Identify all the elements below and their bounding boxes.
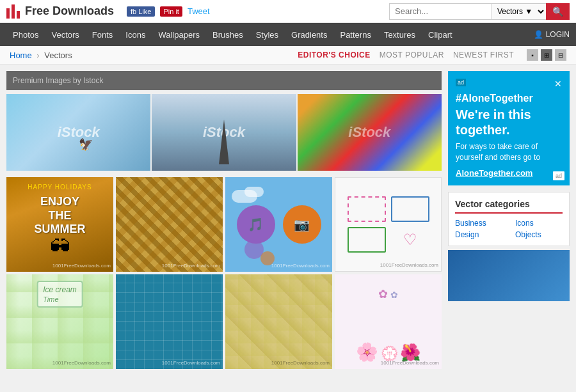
frame-green: [348, 227, 386, 253]
ad-tag: ad: [456, 79, 466, 86]
logo-area[interactable]: Free Downloads: [6, 4, 114, 19]
circle-purple: 🎵: [237, 205, 275, 244]
category-business[interactable]: Business: [455, 219, 502, 228]
view-small-icon[interactable]: ⊟: [555, 49, 566, 61]
flower-icon-3: 🌺: [400, 343, 420, 362]
view-large-icon[interactable]: ▪: [527, 49, 538, 61]
ad-badge: ad: [553, 171, 564, 180]
frame-heart: ♡: [391, 227, 429, 253]
gi1-top-text: HAPPY HOLIDAYS: [6, 184, 113, 191]
search-button[interactable]: 🔍: [546, 3, 570, 20]
grid-item-2[interactable]: 1001FreeDownloads.com: [116, 177, 223, 272]
gi1-main-text: ENJOYTHESUMMER: [6, 195, 113, 237]
gi2-overlay: [116, 177, 223, 272]
grid-item-1[interactable]: HAPPY HOLIDAYS ENJOYTHESUMMER 🕶 1001Free…: [6, 177, 113, 272]
nav-item-wallpapers[interactable]: Wallpapers: [152, 23, 206, 46]
category-design[interactable]: Design: [455, 230, 502, 239]
pinterest-pin-button[interactable]: Pin it: [160, 6, 182, 17]
breadcrumb-bar: Home › Vectors EDITOR'S CHOICE MOST POPU…: [0, 46, 576, 65]
frame-pink: [348, 196, 386, 222]
watermark-6: 1001FreeDownloads.com: [162, 360, 220, 366]
twitter-tweet-button[interactable]: Tweet: [188, 6, 210, 16]
sidebar-bottom-image: [448, 250, 570, 301]
nav-item-textures[interactable]: Textures: [378, 23, 422, 46]
content-area: Premium Images by Istock iStock 🦅 iStock…: [6, 71, 442, 373]
main-area: Premium Images by Istock iStock 🦅 iStock…: [0, 65, 576, 373]
sidebar: ad ✕ #AloneTogether We're in this togeth…: [448, 71, 570, 373]
sunglasses-icon: 🕶: [50, 235, 70, 259]
grid-item-5[interactable]: Ice cream Time 1001FreeDownloads.com: [6, 274, 113, 369]
grid-item-3[interactable]: 🎵 📷 1001FreeDownloads.com: [225, 177, 332, 272]
nav-item-vectors[interactable]: Vectors: [45, 23, 85, 46]
ad-title: We're in this together.: [456, 107, 562, 137]
watermark-8: 1001FreeDownloads.com: [381, 360, 439, 366]
flower-icon-2: 💮: [381, 345, 398, 361]
breadcrumb-home[interactable]: Home: [10, 51, 32, 60]
premium-label: Premium Images by Istock: [13, 76, 103, 85]
categories-grid: Business Icons Design Objects: [455, 219, 563, 239]
flower-icon-4: ✿: [378, 288, 388, 301]
filter-editors-choice[interactable]: EDITOR'S CHOICE: [298, 51, 370, 59]
premium-banner: Premium Images by Istock: [6, 71, 442, 90]
category-objects[interactable]: Objects: [515, 230, 563, 239]
search-input[interactable]: [389, 3, 492, 20]
ad-box-header: ad ✕: [456, 79, 562, 89]
gi4-frames: ♡: [348, 196, 429, 253]
watermark-2: 1001FreeDownloads.com: [162, 263, 220, 269]
flower-icon-1: 🌸: [356, 342, 378, 362]
site-title[interactable]: Free Downloads: [25, 4, 114, 18]
nav-item-photos[interactable]: Photos: [6, 23, 45, 46]
nav-item-fonts[interactable]: Fonts: [86, 23, 120, 46]
category-icons[interactable]: Icons: [515, 219, 563, 228]
filter-most-popular[interactable]: MOST POPULAR: [380, 51, 444, 59]
breadcrumb-current: Vectors: [44, 51, 72, 60]
ad-box: ad ✕ #AloneTogether We're in this togeth…: [448, 71, 570, 185]
search-category-dropdown[interactable]: Vectors ▼: [492, 3, 546, 20]
watermark-7: 1001FreeDownloads.com: [271, 360, 330, 366]
bird-icon: 🦅: [79, 137, 93, 152]
filter-tabs: EDITOR'S CHOICE MOST POPULAR NEWEST FIRS…: [298, 51, 514, 59]
nav-item-patterns[interactable]: Patterns: [333, 23, 377, 46]
logo-icon: [6, 4, 20, 19]
filter-newest-first[interactable]: NEWEST FIRST: [453, 51, 514, 59]
view-grid-icon[interactable]: ⊞: [541, 49, 552, 61]
premium-images: iStock 🦅 iStock iStock: [6, 94, 442, 171]
frame-blue: [391, 196, 429, 222]
ad-hashtag: #AloneTogether: [456, 93, 562, 104]
logo-bar-3: [17, 11, 20, 19]
circle-orange: 📷: [283, 205, 321, 244]
watermark-1: 1001FreeDownloads.com: [52, 263, 111, 269]
vector-categories: Vector categories Business Icons Design …: [448, 192, 570, 246]
view-toggle: ▪ ⊞ ⊟: [527, 49, 566, 61]
grid-item-6[interactable]: 1001FreeDownloads.com: [116, 274, 223, 369]
flower-icon-5: ✿: [390, 290, 398, 300]
gi5-title-text: Ice cream: [43, 285, 77, 294]
gi5-subtitle-text: Time: [43, 295, 58, 303]
image-grid: HAPPY HOLIDAYS ENJOYTHESUMMER 🕶 1001Free…: [6, 177, 442, 369]
nav-item-gradients[interactable]: Gradients: [285, 23, 333, 46]
premium-image-3[interactable]: iStock: [298, 94, 442, 171]
nav-item-styles[interactable]: Styles: [250, 23, 285, 46]
site-header: Free Downloads fb Like Pin it Tweet Vect…: [0, 0, 576, 23]
grid-item-7[interactable]: 1001FreeDownloads.com: [225, 274, 332, 369]
ad-link[interactable]: AloneTogether.com: [456, 168, 532, 178]
grid-item-8[interactable]: 🌸 💮 🌺 ✿ ✿ 1001FreeDownloads.com: [335, 274, 442, 369]
nav-item-clipart[interactable]: Clipart: [422, 23, 459, 46]
nav-item-icons[interactable]: Icons: [119, 23, 152, 46]
social-buttons: fb Like Pin it Tweet: [127, 6, 210, 17]
login-button[interactable]: 👤 LOGIN: [534, 30, 570, 39]
grid-item-4[interactable]: ♡ 1001FreeDownloads.com: [335, 177, 442, 272]
ad-close-button[interactable]: ✕: [554, 79, 562, 89]
ad-body: For ways to take care of yourself and ot…: [456, 141, 562, 163]
watermark-5: 1001FreeDownloads.com: [52, 360, 111, 366]
breadcrumb-separator: ›: [36, 51, 39, 60]
tower-icon: [219, 120, 229, 164]
watermark-4: 1001FreeDownloads.com: [380, 262, 438, 268]
premium-image-1[interactable]: iStock 🦅: [6, 94, 150, 171]
istock-label-3: iStock: [348, 124, 390, 141]
premium-image-2[interactable]: iStock: [152, 94, 296, 171]
header-search-area: Vectors ▼ 🔍: [389, 3, 570, 20]
nav-item-brushes[interactable]: Brushes: [206, 23, 250, 46]
facebook-like-button[interactable]: fb Like: [127, 6, 155, 17]
watermark-3: 1001FreeDownloads.com: [271, 263, 330, 269]
